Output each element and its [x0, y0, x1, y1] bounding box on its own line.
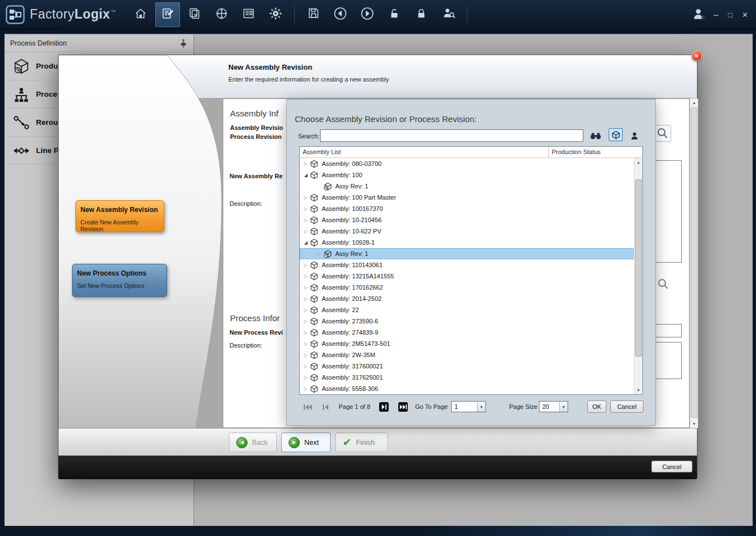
- step-title: New Assembly Revision: [80, 206, 159, 214]
- scrollbar-thumb[interactable]: [691, 107, 698, 418]
- expand-arrow-icon[interactable]: ▷: [302, 263, 309, 268]
- expand-arrow-icon[interactable]: ▷: [302, 274, 309, 279]
- back-button[interactable]: ◀ Back: [229, 433, 277, 452]
- unlock-button[interactable]: [382, 2, 407, 27]
- report-button[interactable]: [236, 2, 261, 27]
- list-item[interactable]: ▷Assembly: 110143061: [300, 259, 634, 271]
- find-user-button[interactable]: [436, 2, 461, 27]
- scrollbar-thumb[interactable]: [635, 179, 642, 357]
- expand-arrow-icon[interactable]: ▷: [302, 161, 309, 166]
- close-window-button[interactable]: ✕: [742, 11, 748, 19]
- maximize-button[interactable]: □: [728, 11, 732, 19]
- list-scrollbar[interactable]: ▲ ▼: [634, 158, 642, 394]
- transfer-button[interactable]: [182, 2, 207, 27]
- expand-arrow-icon[interactable]: ▷: [302, 375, 309, 380]
- ok-button[interactable]: OK: [587, 400, 606, 413]
- customer-filter-button[interactable]: [627, 129, 641, 142]
- list-item[interactable]: ▷Assembly: 5558-306: [300, 383, 634, 394]
- assembly-search-button[interactable]: [654, 125, 671, 142]
- step-new-process-options[interactable]: New Process Options Set New Process Opti…: [72, 264, 167, 297]
- assembly-revision-icon: [323, 182, 333, 191]
- goto-page-select[interactable]: 1 ▼: [451, 401, 486, 412]
- settings-button[interactable]: [263, 2, 288, 27]
- back-arrow-icon: ◀: [236, 437, 248, 448]
- collapse-arrow-icon[interactable]: ◢: [302, 240, 309, 245]
- finish-button[interactable]: ✔ Finish: [335, 433, 388, 452]
- assembly-icon: [310, 227, 320, 236]
- wizard-side-curve: [58, 55, 284, 428]
- chevron-down-icon[interactable]: ▼: [477, 402, 485, 412]
- binoculars-filter-button[interactable]: [588, 129, 602, 142]
- last-page-button[interactable]: [398, 402, 408, 412]
- list-item[interactable]: ▷Assembly: 2M51473-501: [300, 338, 634, 349]
- scroll-down-icon[interactable]: ▼: [690, 420, 698, 428]
- column-production-status[interactable]: Production Status: [552, 148, 601, 155]
- scroll-up-icon[interactable]: ▲: [634, 158, 642, 166]
- home-button[interactable]: [128, 2, 153, 27]
- expand-arrow-icon[interactable]: ▷: [302, 308, 309, 313]
- assembly-icon: [310, 317, 320, 326]
- goto-page-value: 1: [452, 403, 477, 410]
- list-item[interactable]: ▷Assembly: 317600021: [300, 361, 634, 372]
- list-item[interactable]: ▷Assembly: 170162662: [300, 282, 634, 293]
- search-icon[interactable]: [657, 278, 669, 292]
- expand-arrow-icon[interactable]: ▷: [302, 195, 309, 200]
- list-item[interactable]: ▷Assembly: 10-622 PV: [300, 226, 634, 237]
- popup-cancel-button[interactable]: Cancel: [610, 400, 644, 413]
- column-assembly-list[interactable]: Assembly List: [303, 148, 341, 155]
- list-item[interactable]: ▷Assembly: 274839-9: [300, 327, 634, 338]
- expand-arrow-icon[interactable]: ▷: [302, 319, 309, 324]
- dialog-close-button[interactable]: ✕: [691, 51, 702, 61]
- expand-arrow-icon[interactable]: ▷: [302, 341, 309, 346]
- list-item[interactable]: Assy Rev: 1: [300, 181, 634, 192]
- expand-arrow-icon[interactable]: ▷: [302, 364, 309, 369]
- wizard-scrollbar[interactable]: ▲ ▼: [690, 98, 698, 428]
- scroll-down-icon[interactable]: ▼: [634, 386, 642, 394]
- back-button[interactable]: [328, 2, 353, 27]
- expand-arrow-icon[interactable]: ▷: [302, 296, 309, 301]
- first-page-button[interactable]: [303, 404, 312, 411]
- expand-arrow-icon[interactable]: ▷: [316, 251, 323, 256]
- scroll-up-icon[interactable]: ▲: [690, 98, 698, 107]
- step-new-assembly-revision[interactable]: New Assembly Revision Create New Assembl…: [75, 200, 164, 232]
- list-item[interactable]: ▷Assembly: 080-03700: [300, 158, 634, 169]
- minimize-button[interactable]: ─: [713, 11, 718, 19]
- expand-arrow-icon[interactable]: ▷: [302, 386, 309, 391]
- expand-arrow-icon[interactable]: ▷: [302, 206, 309, 211]
- pin-icon[interactable]: [180, 39, 187, 50]
- list-item[interactable]: ▷Assembly: 100167370: [300, 203, 634, 214]
- list-item[interactable]: ▷Assembly: 13215A141555: [300, 271, 634, 282]
- sign-out-user-icon[interactable]: [691, 7, 706, 24]
- collapse-arrow-icon[interactable]: ◢: [302, 173, 309, 178]
- page-size-select[interactable]: 20 ▼: [539, 401, 568, 412]
- list-item[interactable]: ▷Assembly: 2W-35M: [300, 349, 634, 361]
- expand-arrow-icon[interactable]: ▷: [302, 285, 309, 290]
- list-item[interactable]: ▷Assembly: 100 Part Master: [300, 192, 634, 203]
- list-item[interactable]: ▷Assembly: 273590-6: [300, 316, 634, 327]
- lock-button[interactable]: [409, 2, 434, 27]
- dialog-cancel-button[interactable]: Cancel: [651, 461, 692, 472]
- list-item[interactable]: ▷Assy Rev: 1: [300, 248, 634, 259]
- list-item[interactable]: ◢Assembly: 100: [300, 169, 634, 181]
- assembly-filter-button[interactable]: [609, 128, 623, 141]
- assembly-icon: [310, 295, 320, 303]
- edit-button[interactable]: [155, 2, 180, 27]
- chevron-down-icon[interactable]: ▼: [559, 402, 568, 412]
- previous-page-button[interactable]: [322, 404, 329, 411]
- expand-arrow-icon[interactable]: ▷: [302, 218, 309, 223]
- expand-arrow-icon[interactable]: ▷: [302, 229, 309, 234]
- list-item[interactable]: ▷Assembly: 2014-2502: [300, 293, 634, 304]
- next-button[interactable]: ▶ Next: [281, 433, 331, 452]
- list-item[interactable]: ◢Assembly: 10928-1: [300, 237, 634, 248]
- next-page-button[interactable]: [379, 402, 389, 412]
- list-item[interactable]: ▷Assembly: 10-210456: [300, 214, 634, 226]
- expand-arrow-icon[interactable]: ▷: [302, 353, 309, 358]
- forward-button[interactable]: [355, 2, 380, 27]
- search-input[interactable]: [320, 129, 583, 142]
- list-item[interactable]: ▷Assembly: 317625001: [300, 372, 634, 383]
- list-item[interactable]: ▷Assembly: 22: [300, 304, 634, 316]
- expand-arrow-icon[interactable]: ▷: [302, 330, 309, 335]
- column-divider[interactable]: [548, 147, 549, 157]
- navigate-button[interactable]: [209, 2, 234, 27]
- save-button[interactable]: [301, 2, 326, 27]
